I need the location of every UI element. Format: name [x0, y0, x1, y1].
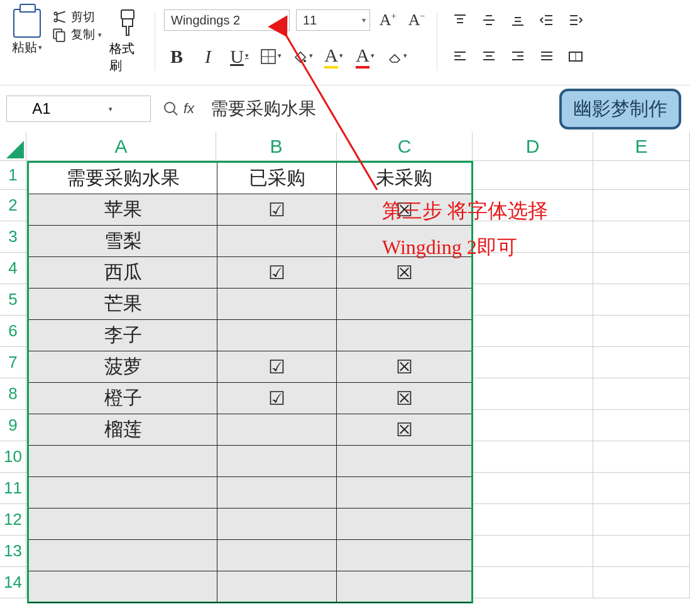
row-header[interactable]: 2 [0, 190, 26, 221]
decrease-font-button[interactable]: A− [405, 9, 428, 31]
row-header[interactable]: 7 [0, 347, 26, 378]
cell-E4[interactable] [593, 253, 690, 284]
align-left-button[interactable] [449, 45, 471, 68]
row-header[interactable]: 10 [0, 441, 26, 473]
increase-indent-button[interactable] [564, 9, 587, 31]
cell-C7[interactable] [337, 347, 473, 378]
cell-E9[interactable] [593, 410, 690, 441]
borders-button[interactable]: ▾ [258, 44, 283, 69]
zoom-icon[interactable] [162, 100, 180, 118]
font-color-button[interactable]: A ▾ [353, 44, 378, 69]
cell-D9[interactable] [473, 410, 593, 441]
cell-A2[interactable] [26, 190, 216, 221]
row-header[interactable]: 12 [0, 504, 26, 536]
select-all-corner[interactable] [0, 132, 26, 161]
cell-E10[interactable] [593, 441, 690, 473]
cell-A14[interactable] [26, 567, 216, 598]
cell-B9[interactable] [216, 410, 337, 441]
cell-E3[interactable] [593, 221, 690, 253]
cell-E5[interactable] [593, 284, 690, 316]
cell-A10[interactable] [26, 441, 216, 473]
cell-A13[interactable] [26, 536, 216, 567]
cell-C13[interactable] [337, 536, 473, 567]
column-header-B[interactable]: B [216, 132, 337, 161]
cell-C6[interactable] [337, 316, 473, 347]
cell-D12[interactable] [473, 504, 593, 536]
cell-A8[interactable] [26, 378, 216, 410]
format-painter-button[interactable]: 格式刷 [109, 9, 146, 74]
cell-B4[interactable] [216, 253, 337, 284]
cell-E8[interactable] [593, 378, 690, 410]
name-box[interactable]: A1 ▾ [6, 96, 151, 122]
cell-B5[interactable] [216, 284, 337, 316]
align-middle-button[interactable] [478, 9, 500, 31]
cell-A7[interactable] [26, 347, 216, 378]
cell-B2[interactable] [216, 190, 337, 221]
cell-A11[interactable] [26, 473, 216, 504]
row-header[interactable]: 11 [0, 473, 26, 504]
fx-button[interactable]: fx [183, 101, 194, 117]
underline-button[interactable]: U▾ [227, 44, 252, 69]
font-size-combo[interactable]: 11 ▾ [296, 9, 370, 31]
row-header[interactable]: 1 [0, 161, 26, 190]
eraser-button[interactable]: ▾ [384, 44, 409, 69]
cell-E7[interactable] [593, 347, 690, 378]
cell-B8[interactable] [216, 378, 337, 410]
cell-B13[interactable] [216, 536, 337, 567]
align-right-button[interactable] [507, 45, 529, 68]
row-header[interactable]: 9 [0, 410, 26, 441]
increase-font-button[interactable]: A+ [376, 9, 399, 31]
cell-D10[interactable] [473, 441, 593, 473]
column-header-C[interactable]: C [337, 132, 473, 161]
cell-A1[interactable] [26, 161, 216, 190]
justify-button[interactable] [535, 45, 558, 68]
row-header[interactable]: 4 [0, 253, 26, 284]
row-header[interactable]: 14 [0, 567, 26, 598]
cell-E12[interactable] [593, 504, 690, 536]
cell-C11[interactable] [337, 473, 473, 504]
row-header[interactable]: 13 [0, 536, 26, 567]
cell-B7[interactable] [216, 347, 337, 378]
cell-B11[interactable] [216, 473, 337, 504]
column-header-A[interactable]: A [26, 132, 216, 161]
cell-A6[interactable] [26, 316, 216, 347]
cell-C8[interactable] [337, 378, 473, 410]
cell-D5[interactable] [473, 284, 593, 316]
cell-A12[interactable] [26, 504, 216, 536]
fill-color-button[interactable]: ▾ [290, 44, 315, 69]
cell-B10[interactable] [216, 441, 337, 473]
cell-A5[interactable] [26, 284, 216, 316]
cell-B3[interactable] [216, 221, 337, 253]
cell-E11[interactable] [593, 473, 690, 504]
cell-D1[interactable] [473, 161, 593, 190]
bold-button[interactable]: B [164, 44, 189, 69]
cell-D11[interactable] [473, 473, 593, 504]
italic-button[interactable]: I [195, 44, 221, 69]
cell-E2[interactable] [593, 190, 690, 221]
column-header-E[interactable]: E [593, 132, 690, 161]
align-center-button[interactable] [478, 45, 500, 68]
cell-B1[interactable] [216, 161, 337, 190]
cell-A4[interactable] [26, 253, 216, 284]
cell-E1[interactable] [593, 161, 690, 190]
cell-C5[interactable] [337, 284, 473, 316]
align-bottom-button[interactable] [507, 9, 529, 31]
cell-C1[interactable] [337, 161, 473, 190]
cell-E6[interactable] [593, 316, 690, 347]
cell-D14[interactable] [473, 567, 593, 598]
align-top-button[interactable] [449, 9, 471, 31]
cell-C14[interactable] [337, 567, 473, 598]
cell-E13[interactable] [593, 536, 690, 567]
font-name-combo[interactable]: Wingdings 2 ▾ [164, 9, 290, 31]
cell-D8[interactable] [473, 378, 593, 410]
cell-C9[interactable] [337, 410, 473, 441]
cell-D7[interactable] [473, 347, 593, 378]
cell-E14[interactable] [593, 567, 690, 598]
cell-D6[interactable] [473, 316, 593, 347]
column-header-D[interactable]: D [473, 132, 593, 161]
paste-button[interactable]: 粘贴 ▾ [9, 9, 45, 56]
decrease-indent-button[interactable] [535, 9, 558, 31]
copy-button[interactable]: 复制 ▾ [50, 26, 102, 43]
highlight-button[interactable]: A ▾ [321, 44, 346, 69]
cell-B14[interactable] [216, 567, 337, 598]
